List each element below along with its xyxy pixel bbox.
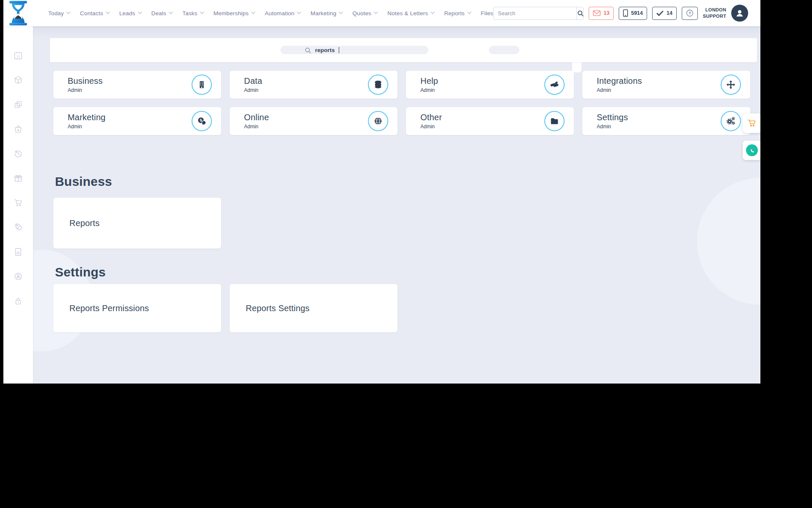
sidebar-products-icon[interactable] bbox=[3, 68, 33, 92]
nav-leads[interactable]: Leads bbox=[119, 10, 141, 17]
chevron-down-icon bbox=[431, 10, 435, 14]
card-marketing-admin[interactable]: Marketing Admin $ bbox=[53, 107, 221, 135]
chevron-down-icon bbox=[297, 10, 301, 14]
card-integrations-admin[interactable]: Integrations Admin bbox=[582, 71, 750, 99]
skeleton-pill bbox=[489, 46, 519, 54]
nav-tasks[interactable]: Tasks bbox=[182, 10, 203, 17]
sidebar-history-icon[interactable] bbox=[3, 141, 33, 166]
chevron-down-icon bbox=[200, 10, 204, 14]
person-icon bbox=[735, 8, 745, 18]
card-other-admin[interactable]: Other Admin bbox=[406, 107, 574, 135]
section-heading-settings: Settings bbox=[55, 265, 106, 279]
building-icon bbox=[192, 75, 212, 95]
sidebar-calendar-icon[interactable]: 12 bbox=[3, 43, 33, 68]
screen: Today Contacts Leads Deals Tasks Members… bbox=[0, 0, 812, 508]
messages-badge-button[interactable]: 13 bbox=[589, 7, 614, 20]
chevron-down-icon bbox=[467, 10, 472, 14]
result-card-reports-permissions[interactable]: Reports Permissions bbox=[53, 284, 221, 332]
chevron-down-icon bbox=[251, 10, 255, 14]
section-heading-business: Business bbox=[55, 174, 112, 189]
help-button[interactable]: ? bbox=[682, 7, 698, 20]
chevron-down-icon bbox=[374, 10, 378, 14]
nav-deals[interactable]: Deals bbox=[151, 10, 172, 17]
nav-today[interactable]: Today bbox=[48, 10, 69, 17]
nav-notes-letters[interactable]: Notes & Letters bbox=[387, 10, 433, 17]
globe-icon bbox=[368, 111, 388, 131]
skeleton-pill bbox=[280, 46, 428, 54]
question-circle-icon: ? bbox=[686, 9, 694, 17]
result-card-reports-settings[interactable]: Reports Settings bbox=[230, 284, 398, 332]
nav-contacts[interactable]: Contacts bbox=[80, 10, 109, 17]
nav-automation[interactable]: Automation bbox=[265, 10, 300, 17]
gears-icon bbox=[721, 111, 741, 131]
chevron-down-icon bbox=[66, 10, 71, 14]
svg-text:12: 12 bbox=[16, 55, 20, 58]
search-input[interactable] bbox=[494, 7, 576, 19]
header-shadow-band bbox=[33, 26, 760, 39]
svg-text:?: ? bbox=[689, 11, 691, 15]
sidebar-account-icon[interactable] bbox=[3, 264, 33, 289]
hourglass-logo-icon[interactable] bbox=[8, 1, 28, 25]
left-sidebar: 12 bbox=[3, 26, 33, 384]
search-icon bbox=[577, 10, 584, 17]
nav-memberships[interactable]: Memberships bbox=[214, 10, 254, 17]
nav-reports[interactable]: Reports bbox=[444, 10, 470, 17]
result-card-reports[interactable]: Reports bbox=[53, 198, 221, 248]
whatsapp-float-button[interactable] bbox=[743, 141, 760, 160]
card-data-admin[interactable]: Data Admin bbox=[230, 71, 398, 99]
search-submit-button[interactable] bbox=[576, 7, 584, 19]
chevron-down-icon bbox=[169, 10, 173, 14]
chevron-down-icon bbox=[106, 10, 110, 14]
settings-search-query[interactable]: reports bbox=[304, 38, 339, 62]
hands-helping-icon bbox=[544, 75, 565, 95]
settings-search-bar[interactable]: reports bbox=[50, 38, 757, 62]
card-business-admin[interactable]: Business Admin bbox=[53, 71, 221, 99]
checkmark-icon bbox=[656, 11, 664, 16]
card-settings-admin[interactable]: Settings Admin bbox=[582, 107, 750, 135]
database-icon bbox=[368, 75, 388, 95]
tasks-badge-button[interactable]: 14 bbox=[652, 7, 677, 20]
background-decor-circle bbox=[697, 178, 760, 305]
arrows-move-icon bbox=[721, 75, 741, 95]
cart-float-button[interactable] bbox=[743, 113, 760, 133]
nav-files[interactable]: Files bbox=[481, 10, 494, 17]
sidebar-cart-icon[interactable] bbox=[3, 190, 33, 215]
sidebar-reports-icon[interactable] bbox=[3, 240, 33, 264]
sidebar-security-icon[interactable] bbox=[3, 289, 33, 313]
crm-app-window: Today Contacts Leads Deals Tasks Members… bbox=[3, 0, 760, 384]
sidebar-orders-icon[interactable] bbox=[3, 117, 33, 141]
sidebar-gifts-icon[interactable] bbox=[3, 166, 33, 190]
account-name: LONDON SUPPORT bbox=[703, 7, 726, 19]
header-actions: 13 5914 14 bbox=[493, 5, 748, 22]
top-navbar: Today Contacts Leads Deals Tasks Members… bbox=[3, 0, 760, 26]
card-online-admin[interactable]: Online Admin bbox=[230, 107, 398, 135]
admin-card-grid: Business Admin Data Admin bbox=[53, 71, 750, 135]
nav-quotes[interactable]: Quotes bbox=[352, 10, 377, 17]
folder-icon bbox=[544, 111, 565, 131]
header-search bbox=[493, 7, 584, 20]
main-nav: Today Contacts Leads Deals Tasks Members… bbox=[48, 10, 493, 17]
sidebar-tags-icon[interactable] bbox=[3, 215, 33, 240]
chevron-down-icon bbox=[339, 10, 343, 14]
chevron-down-icon bbox=[138, 10, 142, 14]
card-help-admin[interactable]: Help Admin bbox=[406, 71, 574, 99]
mobile-phone-icon bbox=[623, 9, 628, 17]
sidebar-duplicates-icon[interactable] bbox=[3, 92, 33, 117]
comments-dollar-icon: $ bbox=[192, 111, 212, 131]
nav-marketing[interactable]: Marketing bbox=[310, 10, 342, 17]
user-avatar[interactable] bbox=[731, 5, 748, 22]
envelope-icon bbox=[593, 10, 601, 16]
shopping-cart-icon bbox=[747, 118, 757, 128]
search-icon bbox=[304, 47, 311, 54]
calls-badge-button[interactable]: 5914 bbox=[619, 7, 647, 20]
text-cursor bbox=[339, 47, 340, 53]
whatsapp-phone-icon bbox=[746, 144, 758, 156]
